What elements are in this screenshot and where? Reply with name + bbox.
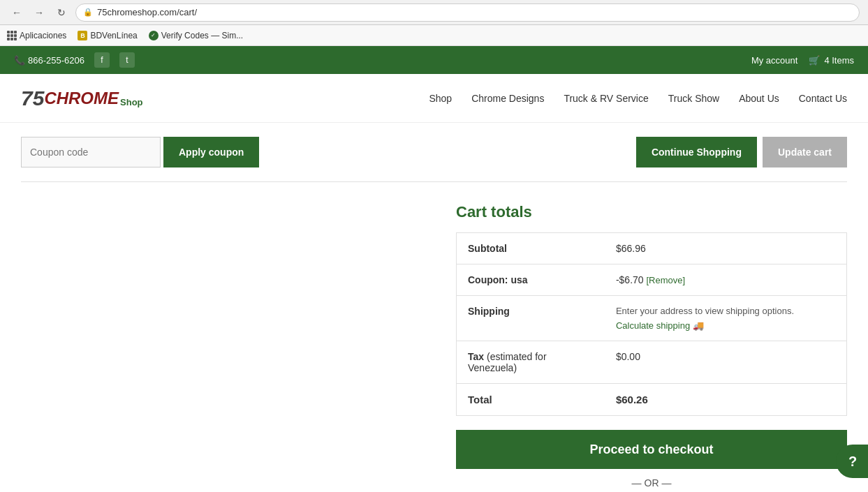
- shipping-row: Shipping Enter your address to view ship…: [457, 296, 847, 341]
- verify-icon: ✓: [149, 31, 159, 40]
- cart-totals-section: Cart totals Subtotal $66.96 Coupon: usa …: [456, 203, 847, 489]
- nav-item-truck-rv[interactable]: Truck & RV Service: [564, 93, 648, 104]
- cart-link[interactable]: 🛒 4 Items: [809, 55, 854, 66]
- cart-count: 4 Items: [824, 55, 854, 66]
- phone-number[interactable]: 📞 866-255-6206: [14, 55, 84, 66]
- tax-value: $0.00: [605, 341, 847, 384]
- help-bubble[interactable]: ?: [836, 445, 868, 478]
- logo-shop: Shop: [120, 97, 143, 107]
- bookmark-bdven[interactable]: B BDVenLínea: [78, 31, 137, 40]
- bookmark-apps[interactable]: Aplicaciones: [7, 31, 66, 40]
- nav-link-truck-show[interactable]: Truck Show: [668, 93, 719, 104]
- logo-75: 75: [21, 88, 44, 109]
- shipping-value: Enter your address to view shipping opti…: [605, 296, 847, 341]
- calc-shipping-text: Calculate shipping: [616, 320, 690, 331]
- browser-bar: ← → ↻ 🔒 75chromeshop.com/cart/: [0, 0, 868, 25]
- coupon-row: Apply coupon Continue Shopping Update ca…: [21, 123, 847, 182]
- facebook-icon[interactable]: f: [94, 52, 110, 68]
- cart-basket-icon: 🛒: [809, 55, 820, 66]
- nav-link-about-us[interactable]: About Us: [739, 93, 779, 104]
- tax-row: Tax (estimated for Venezuela) $0.00: [457, 341, 847, 384]
- coupon-value: -$6.70 [Remove]: [605, 264, 847, 296]
- cart-totals-title: Cart totals: [456, 203, 847, 221]
- tax-label: Tax (estimated for Venezuela): [457, 341, 605, 384]
- update-cart-button[interactable]: Update cart: [763, 137, 847, 167]
- subtotal-value: $66.96: [605, 233, 847, 264]
- apps-grid-icon: [7, 31, 17, 40]
- help-question-icon: ?: [848, 454, 857, 470]
- twitter-icon[interactable]: t: [119, 52, 135, 68]
- top-bar-left: 📞 866-255-6206 f t: [14, 52, 751, 68]
- back-button[interactable]: ←: [8, 4, 25, 21]
- cart-actions: Continue Shopping Update cart: [636, 137, 847, 167]
- nav-item-about-us[interactable]: About Us: [739, 93, 779, 104]
- coupon-input[interactable]: [21, 137, 161, 167]
- calculate-shipping-link[interactable]: Calculate shipping 🚚: [616, 320, 835, 331]
- bookmark-bdven-label: BDVenLínea: [90, 31, 137, 40]
- total-row: Total $60.26: [457, 384, 847, 416]
- phone-text: 866-255-6206: [28, 55, 84, 66]
- nav-link-contact-us[interactable]: Contact Us: [799, 93, 847, 104]
- bookmarks-bar: Aplicaciones B BDVenLínea ✓ Verify Codes…: [0, 25, 868, 46]
- bookmark-verify-label: Verify Codes — Sim...: [161, 31, 243, 40]
- total-label: Total: [457, 384, 605, 416]
- url-text: 75chromeshop.com/cart/: [97, 7, 197, 17]
- remove-coupon-link[interactable]: [Remove]: [647, 275, 686, 285]
- continue-shopping-button[interactable]: Continue Shopping: [636, 137, 757, 167]
- coupon-row-total: Coupon: usa -$6.70 [Remove]: [457, 264, 847, 296]
- coupon-discount-amount: -$6.70: [616, 274, 647, 285]
- nav-link-shop[interactable]: Shop: [429, 93, 452, 104]
- forward-button[interactable]: →: [31, 4, 47, 21]
- subtotal-label: Subtotal: [457, 233, 605, 264]
- logo-chrome: CHROME: [44, 90, 119, 107]
- site-logo[interactable]: 75 CHROME Shop: [21, 88, 143, 109]
- nav-link-chrome-designs[interactable]: Chrome Designs: [471, 93, 544, 104]
- bdven-icon: B: [78, 31, 87, 40]
- main-nav: 75 CHROME Shop Shop Chrome Designs Truck…: [0, 74, 868, 123]
- phone-icon: 📞: [14, 55, 25, 66]
- shipping-label: Shipping: [457, 296, 605, 341]
- top-bar: 📞 866-255-6206 f t My account 🛒 4 Items: [0, 46, 868, 74]
- address-bar[interactable]: 🔒 75chromeshop.com/cart/: [75, 3, 860, 22]
- reload-button[interactable]: ↻: [53, 4, 70, 21]
- page-content: Apply coupon Continue Shopping Update ca…: [0, 123, 868, 492]
- nav-link-truck-rv[interactable]: Truck & RV Service: [564, 93, 648, 104]
- nav-item-shop[interactable]: Shop: [429, 93, 452, 104]
- bookmark-verify[interactable]: ✓ Verify Codes — Sim...: [149, 31, 243, 40]
- nav-item-truck-show[interactable]: Truck Show: [668, 93, 719, 104]
- bookmark-apps-label: Aplicaciones: [20, 31, 66, 40]
- subtotal-row: Subtotal $66.96: [457, 233, 847, 264]
- shipping-info-text: Enter your address to view shipping opti…: [616, 306, 835, 316]
- nav-links: Shop Chrome Designs Truck & RV Service T…: [171, 93, 847, 104]
- shipping-truck-icon: 🚚: [693, 320, 704, 331]
- total-value: $60.26: [605, 384, 847, 416]
- coupon-label: Coupon: usa: [457, 264, 605, 296]
- proceed-to-checkout-button[interactable]: Proceed to checkout: [456, 430, 847, 469]
- nav-item-contact-us[interactable]: Contact Us: [799, 93, 847, 104]
- nav-item-chrome-designs[interactable]: Chrome Designs: [471, 93, 544, 104]
- apply-coupon-button[interactable]: Apply coupon: [163, 137, 259, 167]
- top-bar-right: My account 🛒 4 Items: [751, 55, 854, 66]
- or-divider: — OR —: [456, 477, 847, 489]
- lock-icon: 🔒: [83, 8, 93, 17]
- my-account-link[interactable]: My account: [751, 55, 797, 66]
- cart-totals-table: Subtotal $66.96 Coupon: usa -$6.70 [Remo…: [456, 232, 847, 416]
